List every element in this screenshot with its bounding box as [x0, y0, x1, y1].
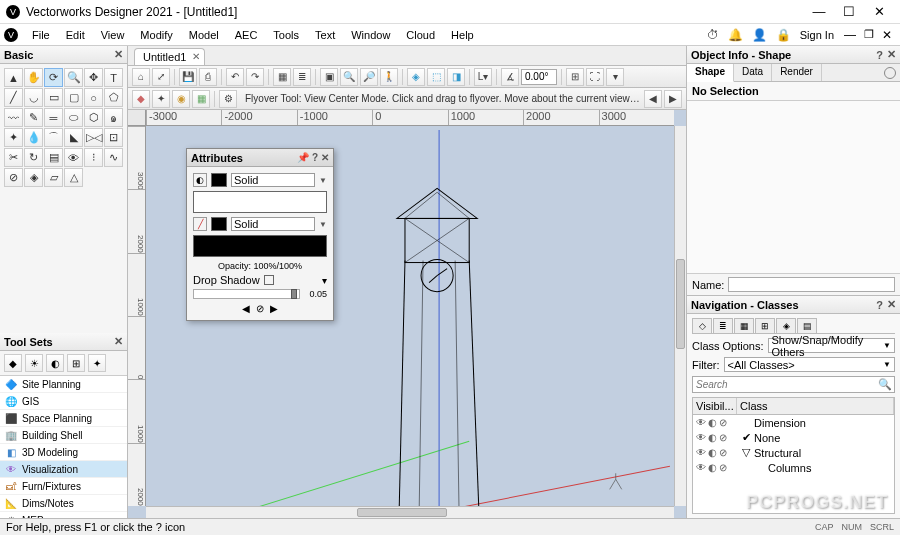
tb-class-icon[interactable]: ▦ [273, 68, 291, 86]
tb-angle-icon[interactable]: ∡ [501, 68, 519, 86]
object-info-header[interactable]: Object Info - Shape ? ✕ [687, 46, 900, 64]
drawing-canvas[interactable]: -3000-2000-10000100020003000 30002000100… [128, 110, 686, 518]
col-visibility[interactable]: Visibil... [693, 398, 737, 414]
attributes-palette[interactable]: Attributes 📌 ? ✕ ◐ Solid ▼ [186, 148, 334, 321]
horizontal-scrollbar[interactable] [146, 506, 674, 518]
tb-multi-view-icon[interactable]: ⊞ [566, 68, 584, 86]
class-options-dropdown[interactable]: Show/Snap/Modify Others▼ [768, 338, 895, 353]
toolset-item-dims-notes[interactable]: 📐Dims/Notes [0, 495, 127, 512]
mode-prev-icon[interactable]: ◀ [644, 90, 662, 108]
mode-pref-icon[interactable]: ⚙ [219, 90, 237, 108]
tb-undo-icon[interactable]: ↶ [226, 68, 244, 86]
mirror-tool[interactable]: ▷◁ [84, 128, 103, 147]
callout-tool[interactable]: ◈ [24, 168, 43, 187]
toolset-item-3d-modeling[interactable]: ◧3D Modeling [0, 444, 127, 461]
flyover-tool[interactable]: ⟳ [44, 68, 63, 87]
rect-tool[interactable]: ▭ [44, 88, 63, 107]
text-tool[interactable]: T [104, 68, 123, 87]
menu-model[interactable]: Model [181, 29, 227, 41]
menu-edit[interactable]: Edit [58, 29, 93, 41]
spiral-tool[interactable]: ๑ [104, 108, 123, 127]
toolsets-header[interactable]: Tool Sets ✕ [0, 333, 127, 351]
navigation-header[interactable]: Navigation - Classes ? ✕ [687, 296, 900, 314]
tb-render-solid-icon[interactable]: ◨ [447, 68, 465, 86]
polygon-tool[interactable]: ⬠ [104, 88, 123, 107]
tb-walkthrough-icon[interactable]: 🚶 [380, 68, 398, 86]
nav-tab-3[interactable]: ▦ [734, 318, 754, 333]
menu-app-icon[interactable]: V [4, 28, 18, 42]
eye-icon[interactable]: 👁 [696, 447, 706, 458]
toolsets-close-icon[interactable]: ✕ [114, 335, 123, 348]
nav-tab-2[interactable]: ≣ [713, 318, 733, 333]
close-button[interactable]: ✕ [864, 4, 894, 19]
pen-preview[interactable] [193, 235, 327, 257]
doc-close-button[interactable]: ✕ [882, 28, 892, 42]
offset-tool[interactable]: ⊡ [104, 128, 123, 147]
user-icon[interactable]: 👤 [752, 28, 767, 42]
toolsets-quick-3[interactable]: ◐ [46, 354, 64, 372]
class-search-input[interactable] [692, 376, 895, 393]
basic-palette-header[interactable]: Basic ✕ [0, 46, 127, 64]
attr-prev-icon[interactable]: ◀ [242, 303, 250, 314]
pan-tool[interactable]: ✋ [24, 68, 43, 87]
line-tool[interactable]: ╱ [4, 88, 23, 107]
vertical-scrollbar[interactable] [674, 126, 686, 506]
fill-color-swatch[interactable] [211, 173, 227, 187]
menu-aec[interactable]: AEC [227, 29, 266, 41]
mode-next-icon[interactable]: ▶ [664, 90, 682, 108]
toolsets-quick-4[interactable]: ⊞ [67, 354, 85, 372]
fill-style-dropdown[interactable]: Solid [231, 173, 315, 187]
visibility-tool[interactable]: 👁 [64, 148, 83, 167]
toolset-item-gis[interactable]: 🌐GIS [0, 393, 127, 410]
attributes-close-icon[interactable]: ✕ [321, 152, 329, 163]
shear-tool[interactable]: ▱ [44, 168, 63, 187]
fillet-tool[interactable]: ⌒ [44, 128, 63, 147]
trim-tool[interactable]: ⊘ [4, 168, 23, 187]
freehand-tool[interactable]: ✎ [24, 108, 43, 127]
toolset-item-space-planning[interactable]: ⬛Space Planning [0, 410, 127, 427]
menu-modify[interactable]: Modify [132, 29, 180, 41]
menu-tools[interactable]: Tools [265, 29, 307, 41]
menu-view[interactable]: View [93, 29, 133, 41]
tb-zoom-in-icon[interactable]: 🔍 [340, 68, 358, 86]
maximize-button[interactable]: ☐ [834, 4, 864, 19]
toolset-item-site-planning[interactable]: 🔷Site Planning [0, 376, 127, 393]
minimize-button[interactable]: — [804, 4, 834, 19]
tb-more-icon[interactable]: ▾ [606, 68, 624, 86]
toolsets-quick-1[interactable]: ◆ [4, 354, 22, 372]
attributes-pin-icon[interactable]: 📌 [297, 152, 309, 163]
col-class[interactable]: Class [737, 398, 894, 414]
pen-color-swatch[interactable] [211, 217, 227, 231]
clip-tool[interactable]: ✂ [4, 148, 23, 167]
menu-text[interactable]: Text [307, 29, 343, 41]
attributes-help-icon[interactable]: ? [312, 152, 318, 163]
tb-print-icon[interactable]: ⎙ [199, 68, 217, 86]
search-icon[interactable]: 🔍 [878, 378, 892, 391]
clock-icon[interactable]: ⏱ [707, 28, 719, 42]
toolset-item-furn-fixtures[interactable]: 🛋Furn/Fixtures [0, 478, 127, 495]
gray-icon[interactable]: ◐ [708, 417, 717, 428]
menu-file[interactable]: File [24, 29, 58, 41]
tb-view1-icon[interactable]: ▣ [320, 68, 338, 86]
polyline-tool[interactable]: 〰 [4, 108, 23, 127]
fill-preview[interactable] [193, 191, 327, 213]
mode-btn-2[interactable]: ✦ [152, 90, 170, 108]
selection-tool[interactable]: ▲ [4, 68, 23, 87]
class-row[interactable]: 👁◐⊘Columns [693, 460, 894, 475]
triangle-tool[interactable]: △ [64, 168, 83, 187]
hide-icon[interactable]: ⊘ [719, 417, 727, 428]
toolsets-quick-5[interactable]: ✦ [88, 354, 106, 372]
eye-icon[interactable]: 👁 [696, 432, 706, 443]
pen-style-dropdown[interactable]: Solid [231, 217, 315, 231]
tb-fit-icon[interactable]: ⤢ [152, 68, 170, 86]
locus-tool[interactable]: ✦ [4, 128, 23, 147]
fill-style-caret-icon[interactable]: ▼ [319, 176, 327, 185]
rotate-tool[interactable]: ↻ [24, 148, 43, 167]
oval-tool[interactable]: ⬭ [64, 108, 83, 127]
tb-save-icon[interactable]: 💾 [179, 68, 197, 86]
attr-link-icon[interactable]: ⊘ [256, 303, 264, 314]
tb-render-wire-icon[interactable]: ⬚ [427, 68, 445, 86]
tb-render-box-icon[interactable]: ◈ [407, 68, 425, 86]
gray-icon[interactable]: ◐ [708, 432, 717, 443]
gray-icon[interactable]: ◐ [708, 462, 717, 473]
